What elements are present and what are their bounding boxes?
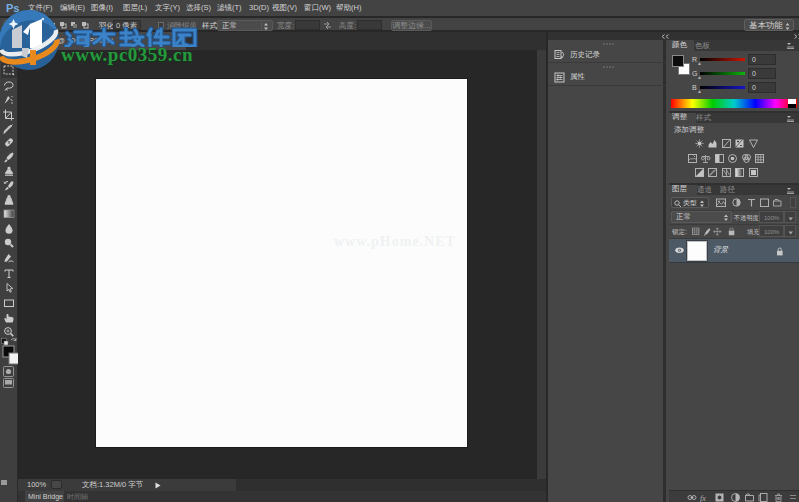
svg-text:fx: fx <box>700 494 706 502</box>
